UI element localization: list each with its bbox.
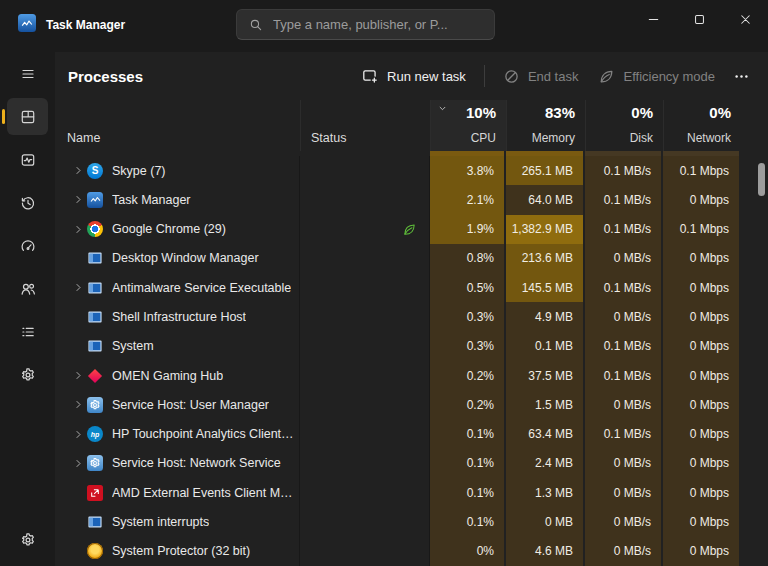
column-header-network[interactable]: 0% Network <box>663 100 741 151</box>
table-row[interactable]: AMD External Events Client M…0.1%1.3 MB0… <box>55 478 768 507</box>
service-host-gear-icon <box>87 397 103 413</box>
expand-chevron-icon[interactable] <box>69 458 87 469</box>
sidebar-item-services[interactable] <box>7 356 48 393</box>
maximize-button[interactable] <box>676 0 722 38</box>
process-name-cell: SSkype (7) <box>55 156 300 185</box>
shield-icon <box>87 543 103 559</box>
table-row[interactable]: Desktop Window Manager0.8%213.6 MB0 MB/s… <box>55 244 768 273</box>
column-status-label: Status <box>311 131 346 145</box>
cpu-value: 0% <box>430 537 506 566</box>
minimize-button[interactable] <box>630 0 676 38</box>
process-status-cell <box>300 273 430 302</box>
process-status-cell <box>300 478 430 507</box>
process-name: System Protector (32 bit) <box>112 544 250 558</box>
run-new-task-button[interactable]: Run new task <box>352 62 476 91</box>
process-name-cell: System interrupts <box>55 507 300 536</box>
sidebar-item-menu[interactable] <box>7 55 48 92</box>
close-icon <box>738 12 753 27</box>
memory-value: 213.6 MB <box>506 244 585 273</box>
table-row[interactable]: System interrupts0.1%0 MB0 MB/s0 Mbps <box>55 507 768 536</box>
table-row[interactable]: Service Host: Network Service0.1%2.4 MB0… <box>55 449 768 478</box>
table-row[interactable]: Google Chrome (29)1.9%1,382.9 MB0.1 MB/s… <box>55 215 768 244</box>
end-task-button[interactable]: End task <box>493 62 589 91</box>
table-row[interactable]: hpHP Touchpoint Analytics Client…0.1%63.… <box>55 420 768 449</box>
details-icon <box>20 324 36 340</box>
expand-chevron-icon[interactable] <box>69 282 87 293</box>
search-input[interactable]: Type a name, publisher, or P... <box>236 9 495 40</box>
disk-value: 0.1 MB/s <box>585 156 663 185</box>
disk-value: 0 MB/s <box>585 390 663 419</box>
performance-icon <box>20 152 36 168</box>
vertical-scrollbar-thumb[interactable] <box>758 163 765 196</box>
process-status-cell <box>300 244 430 273</box>
scroll-gutter-cell <box>741 390 768 419</box>
process-status-cell <box>300 302 430 331</box>
cpu-value: 0.3% <box>430 332 506 361</box>
column-header-name[interactable]: Name <box>55 100 300 151</box>
search-icon <box>249 18 263 32</box>
sidebar-item-app-history[interactable] <box>7 184 48 221</box>
process-name: Skype (7) <box>112 164 166 178</box>
scroll-gutter-cell <box>741 273 768 302</box>
scroll-gutter-cell <box>741 478 768 507</box>
table-row[interactable]: System Protector (32 bit)0%4.6 MB0 MB/s0… <box>55 537 768 566</box>
more-options-icon <box>733 68 750 85</box>
expand-chevron-icon[interactable] <box>69 370 87 381</box>
table-row[interactable]: Shell Infrastructure Host0.3%4.9 MB0 MB/… <box>55 302 768 331</box>
efficiency-mode-leaf-icon <box>402 222 417 237</box>
process-name-cell: Service Host: User Manager <box>55 390 300 419</box>
sidebar-item-users[interactable] <box>7 270 48 307</box>
column-disk-label: Disk <box>630 131 653 145</box>
table-row[interactable]: OMEN Gaming Hub0.2%37.5 MB0.1 MB/s0 Mbps <box>55 361 768 390</box>
sidebar <box>0 52 55 566</box>
close-button[interactable] <box>722 0 768 38</box>
expand-chevron-icon[interactable] <box>69 194 87 205</box>
process-name: OMEN Gaming Hub <box>112 369 223 383</box>
expand-chevron-icon[interactable] <box>69 165 87 176</box>
process-status-cell <box>300 420 430 449</box>
table-row[interactable]: Task Manager2.1%64.0 MB0.1 MB/s0 Mbps <box>55 185 768 214</box>
memory-value: 0.1 MB <box>506 332 585 361</box>
expand-chevron-icon[interactable] <box>69 399 87 410</box>
cpu-value: 0.1% <box>430 420 506 449</box>
more-options-button[interactable] <box>725 62 758 91</box>
table-row[interactable]: System0.3%0.1 MB0.1 MB/s0 Mbps <box>55 332 768 361</box>
column-header-memory[interactable]: 83% Memory <box>506 100 585 151</box>
chrome-icon <box>87 221 103 237</box>
process-name: Service Host: User Manager <box>112 398 269 412</box>
network-value: 0 Mbps <box>663 332 741 361</box>
network-value: 0.1 Mbps <box>663 156 741 185</box>
network-value: 0 Mbps <box>663 390 741 419</box>
sidebar-item-settings[interactable] <box>7 521 48 558</box>
network-value: 0 Mbps <box>663 507 741 536</box>
disk-value: 0 MB/s <box>585 302 663 331</box>
column-header-status[interactable]: Status <box>300 100 430 151</box>
efficiency-mode-leaf-icon <box>598 68 615 85</box>
process-status-cell <box>300 361 430 390</box>
settings-icon <box>20 532 36 548</box>
sidebar-item-performance[interactable] <box>7 141 48 178</box>
expand-chevron-icon[interactable] <box>69 224 87 235</box>
process-name-cell: OMEN Gaming Hub <box>55 361 300 390</box>
network-value: 0 Mbps <box>663 478 741 507</box>
column-header-cpu[interactable]: 10% CPU <box>430 100 506 151</box>
table-row[interactable]: Antimalware Service Executable0.5%145.5 … <box>55 273 768 302</box>
sidebar-item-processes[interactable] <box>7 98 48 135</box>
cpu-value: 0.2% <box>430 390 506 419</box>
memory-value: 1.5 MB <box>506 390 585 419</box>
process-name: Antimalware Service Executable <box>112 281 291 295</box>
services-icon <box>20 367 36 383</box>
table-row[interactable]: Service Host: User Manager0.2%1.5 MB0 MB… <box>55 390 768 419</box>
expand-chevron-icon[interactable] <box>69 429 87 440</box>
process-name-cell: Task Manager <box>55 185 300 214</box>
efficiency-mode-button[interactable]: Efficiency mode <box>588 62 725 91</box>
process-name-cell: Desktop Window Manager <box>55 244 300 273</box>
titlebar: Task Manager Type a name, publisher, or … <box>0 0 768 52</box>
disk-value: 0.1 MB/s <box>585 420 663 449</box>
column-header-disk[interactable]: 0% Disk <box>585 100 663 151</box>
sidebar-item-startup-apps[interactable] <box>7 227 48 264</box>
sidebar-item-details[interactable] <box>7 313 48 350</box>
process-name: AMD External Events Client M… <box>112 486 293 500</box>
table-row[interactable]: SSkype (7)3.8%265.1 MB0.1 MB/s0.1 Mbps <box>55 156 768 185</box>
memory-value: 1.3 MB <box>506 478 585 507</box>
